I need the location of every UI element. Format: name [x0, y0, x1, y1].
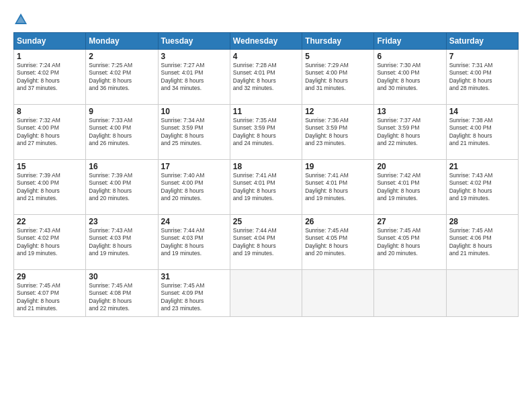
day-number: 23 — [89, 217, 154, 226]
day-number: 25 — [233, 217, 299, 226]
day-number: 21 — [449, 162, 515, 171]
day-number: 20 — [377, 162, 443, 171]
day-info: Sunrise: 7:43 AM Sunset: 4:02 PM Dayligh… — [17, 227, 83, 258]
day-number: 28 — [449, 217, 515, 226]
calendar-cell — [302, 270, 374, 317]
day-info: Sunrise: 7:36 AM Sunset: 3:59 PM Dayligh… — [305, 117, 371, 148]
calendar-cell: 31Sunrise: 7:45 AM Sunset: 4:09 PM Dayli… — [158, 270, 230, 317]
day-info: Sunrise: 7:35 AM Sunset: 3:59 PM Dayligh… — [233, 117, 299, 148]
day-info: Sunrise: 7:44 AM Sunset: 4:03 PM Dayligh… — [161, 227, 227, 258]
day-number: 6 — [377, 52, 443, 61]
day-info: Sunrise: 7:34 AM Sunset: 3:59 PM Dayligh… — [161, 117, 227, 148]
day-info: Sunrise: 7:24 AM Sunset: 4:02 PM Dayligh… — [17, 62, 83, 93]
day-info: Sunrise: 7:39 AM Sunset: 4:00 PM Dayligh… — [17, 172, 83, 203]
calendar-cell: 26Sunrise: 7:45 AM Sunset: 4:05 PM Dayli… — [302, 215, 374, 270]
calendar-cell: 7Sunrise: 7:31 AM Sunset: 4:00 PM Daylig… — [446, 50, 518, 105]
day-number: 18 — [233, 162, 299, 171]
calendar-cell: 30Sunrise: 7:45 AM Sunset: 4:08 PM Dayli… — [86, 270, 158, 317]
calendar-cell: 14Sunrise: 7:38 AM Sunset: 4:00 PM Dayli… — [446, 105, 518, 160]
calendar-cell: 21Sunrise: 7:43 AM Sunset: 4:02 PM Dayli… — [446, 160, 518, 215]
calendar-cell: 19Sunrise: 7:41 AM Sunset: 4:01 PM Dayli… — [302, 160, 374, 215]
day-info: Sunrise: 7:40 AM Sunset: 4:00 PM Dayligh… — [161, 172, 227, 203]
calendar-cell: 23Sunrise: 7:43 AM Sunset: 4:03 PM Dayli… — [86, 215, 158, 270]
day-number: 15 — [17, 162, 83, 171]
calendar-cell: 29Sunrise: 7:45 AM Sunset: 4:07 PM Dayli… — [14, 270, 86, 317]
calendar-week-row: 29Sunrise: 7:45 AM Sunset: 4:07 PM Dayli… — [14, 270, 519, 317]
day-info: Sunrise: 7:27 AM Sunset: 4:01 PM Dayligh… — [161, 62, 227, 93]
day-of-week-header: Monday — [86, 33, 158, 50]
day-of-week-header: Wednesday — [230, 33, 302, 50]
day-number: 30 — [89, 272, 154, 281]
calendar-cell: 11Sunrise: 7:35 AM Sunset: 3:59 PM Dayli… — [230, 105, 302, 160]
calendar-cell: 8Sunrise: 7:32 AM Sunset: 4:00 PM Daylig… — [14, 105, 86, 160]
calendar-week-row: 1Sunrise: 7:24 AM Sunset: 4:02 PM Daylig… — [14, 50, 519, 105]
day-info: Sunrise: 7:45 AM Sunset: 4:07 PM Dayligh… — [17, 282, 83, 313]
calendar-cell: 10Sunrise: 7:34 AM Sunset: 3:59 PM Dayli… — [158, 105, 230, 160]
day-number: 8 — [17, 107, 83, 116]
day-number: 22 — [17, 217, 83, 226]
day-number: 11 — [233, 107, 299, 116]
day-info: Sunrise: 7:45 AM Sunset: 4:06 PM Dayligh… — [449, 227, 515, 258]
day-number: 27 — [377, 217, 443, 226]
day-info: Sunrise: 7:41 AM Sunset: 4:01 PM Dayligh… — [305, 172, 371, 203]
calendar-cell — [230, 270, 302, 317]
calendar-cell: 5Sunrise: 7:29 AM Sunset: 4:00 PM Daylig… — [302, 50, 374, 105]
day-info: Sunrise: 7:33 AM Sunset: 4:00 PM Dayligh… — [89, 117, 154, 148]
calendar-header-row: SundayMondayTuesdayWednesdayThursdayFrid… — [14, 33, 519, 50]
calendar-cell: 22Sunrise: 7:43 AM Sunset: 4:02 PM Dayli… — [14, 215, 86, 270]
day-number: 29 — [17, 272, 83, 281]
day-info: Sunrise: 7:44 AM Sunset: 4:04 PM Dayligh… — [233, 227, 299, 258]
day-info: Sunrise: 7:41 AM Sunset: 4:01 PM Dayligh… — [233, 172, 299, 203]
calendar-cell: 4Sunrise: 7:28 AM Sunset: 4:01 PM Daylig… — [230, 50, 302, 105]
day-info: Sunrise: 7:29 AM Sunset: 4:00 PM Dayligh… — [305, 62, 371, 93]
day-number: 3 — [161, 52, 227, 61]
logo — [13, 13, 30, 27]
day-info: Sunrise: 7:45 AM Sunset: 4:05 PM Dayligh… — [305, 227, 371, 258]
day-number: 5 — [305, 52, 371, 61]
calendar-cell: 27Sunrise: 7:45 AM Sunset: 4:05 PM Dayli… — [374, 215, 446, 270]
calendar-week-row: 8Sunrise: 7:32 AM Sunset: 4:00 PM Daylig… — [14, 105, 519, 160]
day-of-week-header: Tuesday — [158, 33, 230, 50]
day-info: Sunrise: 7:45 AM Sunset: 4:05 PM Dayligh… — [377, 227, 443, 258]
calendar-cell: 20Sunrise: 7:42 AM Sunset: 4:01 PM Dayli… — [374, 160, 446, 215]
calendar-cell: 3Sunrise: 7:27 AM Sunset: 4:01 PM Daylig… — [158, 50, 230, 105]
calendar-cell: 13Sunrise: 7:37 AM Sunset: 3:59 PM Dayli… — [374, 105, 446, 160]
day-info: Sunrise: 7:42 AM Sunset: 4:01 PM Dayligh… — [377, 172, 443, 203]
calendar-cell: 25Sunrise: 7:44 AM Sunset: 4:04 PM Dayli… — [230, 215, 302, 270]
day-of-week-header: Saturday — [446, 33, 518, 50]
day-number: 16 — [89, 162, 154, 171]
day-info: Sunrise: 7:30 AM Sunset: 4:00 PM Dayligh… — [377, 62, 443, 93]
day-number: 4 — [233, 52, 299, 61]
calendar-cell: 16Sunrise: 7:39 AM Sunset: 4:00 PM Dayli… — [86, 160, 158, 215]
day-number: 9 — [89, 107, 154, 116]
day-number: 14 — [449, 107, 515, 116]
day-number: 26 — [305, 217, 371, 226]
calendar-cell: 12Sunrise: 7:36 AM Sunset: 3:59 PM Dayli… — [302, 105, 374, 160]
day-info: Sunrise: 7:28 AM Sunset: 4:01 PM Dayligh… — [233, 62, 299, 93]
calendar-cell — [446, 270, 518, 317]
day-info: Sunrise: 7:43 AM Sunset: 4:03 PM Dayligh… — [89, 227, 154, 258]
calendar-cell: 17Sunrise: 7:40 AM Sunset: 4:00 PM Dayli… — [158, 160, 230, 215]
calendar-cell: 24Sunrise: 7:44 AM Sunset: 4:03 PM Dayli… — [158, 215, 230, 270]
calendar-table: SundayMondayTuesdayWednesdayThursdayFrid… — [13, 32, 519, 317]
day-info: Sunrise: 7:45 AM Sunset: 4:08 PM Dayligh… — [89, 282, 154, 313]
calendar-cell: 15Sunrise: 7:39 AM Sunset: 4:00 PM Dayli… — [14, 160, 86, 215]
day-number: 1 — [17, 52, 83, 61]
day-number: 10 — [161, 107, 227, 116]
calendar-body: 1Sunrise: 7:24 AM Sunset: 4:02 PM Daylig… — [14, 50, 519, 317]
day-number: 2 — [89, 52, 154, 61]
calendar-cell: 1Sunrise: 7:24 AM Sunset: 4:02 PM Daylig… — [14, 50, 86, 105]
day-info: Sunrise: 7:38 AM Sunset: 4:00 PM Dayligh… — [449, 117, 515, 148]
day-info: Sunrise: 7:25 AM Sunset: 4:02 PM Dayligh… — [89, 62, 154, 93]
day-number: 17 — [161, 162, 227, 171]
calendar-week-row: 22Sunrise: 7:43 AM Sunset: 4:02 PM Dayli… — [14, 215, 519, 270]
calendar-cell: 18Sunrise: 7:41 AM Sunset: 4:01 PM Dayli… — [230, 160, 302, 215]
day-number: 24 — [161, 217, 227, 226]
header — [13, 11, 519, 27]
calendar-cell: 6Sunrise: 7:30 AM Sunset: 4:00 PM Daylig… — [374, 50, 446, 105]
calendar-cell: 9Sunrise: 7:33 AM Sunset: 4:00 PM Daylig… — [86, 105, 158, 160]
day-info: Sunrise: 7:43 AM Sunset: 4:02 PM Dayligh… — [449, 172, 515, 203]
calendar-cell: 28Sunrise: 7:45 AM Sunset: 4:06 PM Dayli… — [446, 215, 518, 270]
day-info: Sunrise: 7:32 AM Sunset: 4:00 PM Dayligh… — [17, 117, 83, 148]
calendar-week-row: 15Sunrise: 7:39 AM Sunset: 4:00 PM Dayli… — [14, 160, 519, 215]
